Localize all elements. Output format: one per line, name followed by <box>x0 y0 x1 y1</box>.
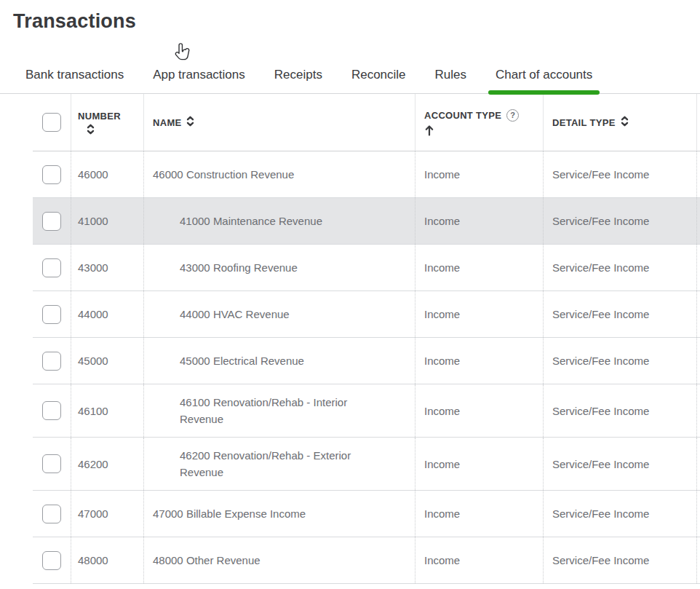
arrow-up-icon[interactable] <box>424 124 434 136</box>
row-checkbox[interactable] <box>42 212 61 231</box>
row-account-type-cell: Income <box>415 151 544 197</box>
account-type-value: Income <box>424 507 460 520</box>
row-number-cell: 46000 <box>71 151 144 197</box>
account-type-value: Income <box>424 168 460 181</box>
row-number-cell: 45000 <box>71 338 144 384</box>
row-checkbox-cell <box>33 384 71 437</box>
account-type-value: Income <box>424 308 460 320</box>
row-checkbox-cell <box>33 198 71 244</box>
table-row[interactable]: 46100 46100 Renovation/Rehab - Interior … <box>33 384 700 438</box>
detail-type-value: Service/Fee Income <box>552 261 649 274</box>
account-type-value: Income <box>424 261 460 274</box>
row-number-cell: 46100 <box>71 384 144 437</box>
row-number-cell: 44000 <box>71 291 144 337</box>
row-checkbox-cell <box>33 491 71 537</box>
sort-updown-icon[interactable] <box>621 116 629 130</box>
detail-type-value: Service/Fee Income <box>552 554 649 566</box>
row-name-cell: 48000 Other Revenue <box>144 537 415 583</box>
row-checkbox[interactable] <box>42 352 61 371</box>
account-name: 41000 Maintenance Revenue <box>180 213 322 229</box>
account-type-value: Income <box>424 355 460 367</box>
header-name[interactable]: NAME <box>144 94 415 151</box>
account-name: 45000 Electrical Revenue <box>180 352 304 369</box>
row-checkbox[interactable] <box>42 551 61 570</box>
detail-type-value: Service/Fee Income <box>552 308 649 320</box>
header-account-type-label: ACCOUNT TYPE <box>424 110 501 121</box>
account-type-value: Income <box>424 405 460 417</box>
tab-chart-of-accounts[interactable]: Chart of accounts <box>488 68 600 93</box>
row-checkbox-cell <box>33 537 71 583</box>
account-number: 46000 <box>78 168 108 181</box>
row-detail-type-cell: Service/Fee Income <box>544 384 697 437</box>
account-number: 48000 <box>78 554 108 566</box>
row-account-type-cell: Income <box>415 438 544 490</box>
row-account-type-cell: Income <box>415 291 544 337</box>
row-name-cell: 47000 Billable Expense Income <box>144 491 415 537</box>
row-checkbox[interactable] <box>42 505 61 523</box>
row-number-cell: 48000 <box>71 537 144 583</box>
table-row[interactable]: 41000 41000 Maintenance Revenue Income S… <box>33 198 700 245</box>
header-number-label: NUMBER <box>78 111 121 122</box>
row-name-cell: 41000 Maintenance Revenue <box>144 198 415 244</box>
sort-updown-icon[interactable] <box>186 116 194 130</box>
row-number-cell: 41000 <box>71 198 144 244</box>
header-number[interactable]: NUMBER <box>71 94 144 151</box>
account-name: 43000 Roofing Revenue <box>180 259 298 276</box>
table-header-row: NUMBER NAME ACCOUNT T <box>33 94 700 151</box>
table-row[interactable]: 45000 45000 Electrical Revenue Income Se… <box>33 338 700 384</box>
account-name: 46000 Construction Revenue <box>153 166 294 183</box>
select-all-checkbox[interactable] <box>42 113 61 132</box>
row-checkbox-cell <box>33 438 71 490</box>
row-checkbox[interactable] <box>42 258 61 277</box>
account-number: 41000 <box>78 215 108 227</box>
detail-type-value: Service/Fee Income <box>552 355 649 367</box>
row-number-cell: 43000 <box>71 245 144 290</box>
account-number: 46100 <box>78 405 108 417</box>
help-circle-icon[interactable]: ? <box>506 109 519 122</box>
account-name: 48000 Other Revenue <box>153 552 260 569</box>
header-detail-type[interactable]: DETAIL TYPE <box>544 94 697 151</box>
row-checkbox-cell <box>33 245 71 290</box>
row-account-type-cell: Income <box>415 491 544 537</box>
row-checkbox-cell <box>33 151 71 197</box>
table-row[interactable]: 47000 47000 Billable Expense Income Inco… <box>33 491 700 537</box>
row-account-type-cell: Income <box>415 384 544 437</box>
detail-type-value: Service/Fee Income <box>552 507 649 520</box>
header-name-label: NAME <box>153 117 181 128</box>
account-number: 43000 <box>78 261 108 274</box>
table-row[interactable]: 46200 46200 Renovation/Rehab - Exterior … <box>33 438 700 491</box>
row-account-type-cell: Income <box>415 198 544 244</box>
account-number: 47000 <box>78 507 108 520</box>
detail-type-value: Service/Fee Income <box>552 458 649 470</box>
table-row[interactable]: 46000 46000 Construction Revenue Income … <box>33 151 700 198</box>
page-title: Transactions <box>13 10 700 33</box>
row-checkbox[interactable] <box>42 401 61 420</box>
header-account-type[interactable]: ACCOUNT TYPE ? <box>415 94 544 151</box>
table-row[interactable]: 44000 44000 HVAC Revenue Income Service/… <box>33 291 700 338</box>
account-number: 46200 <box>78 458 108 470</box>
detail-type-value: Service/Fee Income <box>552 215 649 227</box>
row-account-type-cell: Income <box>415 338 544 384</box>
row-detail-type-cell: Service/Fee Income <box>544 198 697 244</box>
header-detail-type-label: DETAIL TYPE <box>552 117 616 128</box>
table-row[interactable]: 48000 48000 Other Revenue Income Service… <box>33 537 700 584</box>
row-name-cell: 43000 Roofing Revenue <box>144 245 415 290</box>
account-number: 44000 <box>78 308 108 320</box>
row-checkbox[interactable] <box>42 305 61 324</box>
row-checkbox[interactable] <box>42 165 61 184</box>
row-checkbox[interactable] <box>42 454 61 473</box>
account-name: 47000 Billable Expense Income <box>153 505 306 522</box>
row-number-cell: 46200 <box>71 438 144 490</box>
sort-updown-icon[interactable] <box>87 124 95 135</box>
row-detail-type-cell: Service/Fee Income <box>544 291 697 337</box>
detail-type-value: Service/Fee Income <box>552 168 649 181</box>
account-type-value: Income <box>424 215 460 227</box>
tab-reconcile[interactable]: Reconcile <box>344 68 413 93</box>
table-row[interactable]: 43000 43000 Roofing Revenue Income Servi… <box>33 245 700 291</box>
account-type-value: Income <box>424 458 460 470</box>
chart-of-accounts-table: NUMBER NAME ACCOUNT T <box>33 94 700 584</box>
tab-receipts[interactable]: Receipts <box>267 68 330 93</box>
tab-app-transactions[interactable]: App transactions <box>146 68 252 93</box>
tab-bank-transactions[interactable]: Bank transactions <box>18 68 131 93</box>
tab-rules[interactable]: Rules <box>428 68 474 93</box>
